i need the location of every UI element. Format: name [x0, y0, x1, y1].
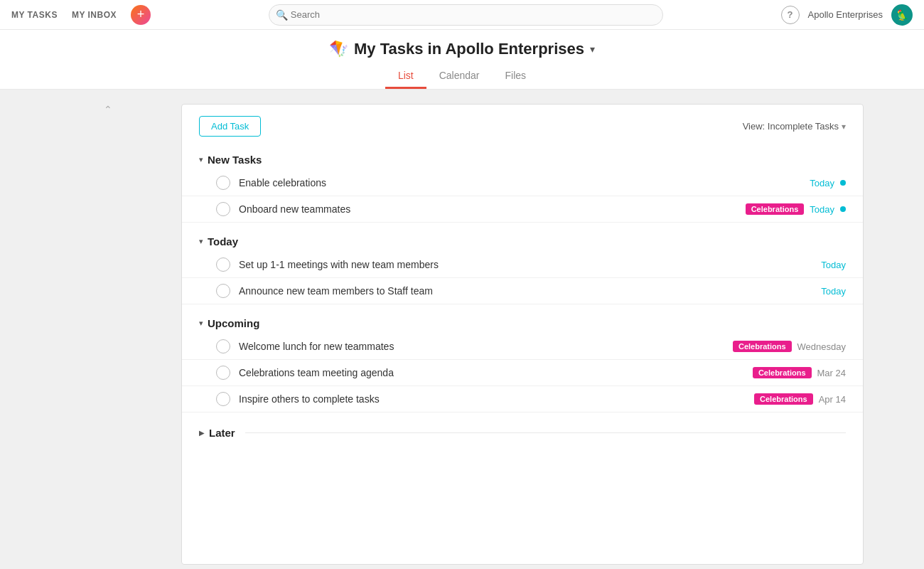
task-checkbox[interactable]	[216, 339, 230, 353]
section-title-new-tasks: New Tasks	[208, 154, 262, 166]
task-checkbox[interactable]	[216, 176, 230, 190]
task-row[interactable]: Set up 1-1 meetings with new team member…	[182, 252, 863, 278]
task-tag: Celebrations	[746, 203, 805, 215]
sidebar-col: ⌃	[0, 90, 121, 569]
check-inner	[220, 261, 227, 268]
task-row[interactable]: Enable celebrations Today	[182, 170, 863, 196]
task-name: Enable celebrations	[239, 177, 801, 188]
task-meta: Celebrations Mar 24	[753, 367, 846, 378]
page-title-icon: 🪁	[329, 40, 348, 58]
task-tag: Celebrations	[754, 393, 813, 405]
task-row[interactable]: Inspire others to complete tasks Celebra…	[182, 386, 863, 413]
avatar-icon: 🦜	[896, 9, 908, 21]
section-today[interactable]: ▾ Today	[182, 230, 863, 252]
add-task-button[interactable]: Add Task	[199, 116, 261, 137]
page-title-row: 🪁 My Tasks in Apollo Enterprises ▾	[0, 40, 924, 58]
task-meta: Celebrations Wednesday	[733, 341, 846, 352]
task-checkbox[interactable]	[216, 284, 230, 298]
main-layout: ⌃ Add Task View: Incomplete Tasks ▾ ▾ Ne…	[0, 90, 924, 569]
search-bar: 🔍	[151, 4, 780, 26]
task-row[interactable]: Announce new team members to Staff team …	[182, 278, 863, 304]
task-dot	[840, 180, 846, 186]
task-date: Today	[810, 204, 834, 215]
task-row[interactable]: Onboard new teammates Celebrations Today	[182, 196, 863, 223]
page-header: 🪁 My Tasks in Apollo Enterprises ▾ List …	[0, 30, 924, 90]
question-mark-icon: ?	[788, 9, 793, 20]
task-date: Today	[821, 286, 846, 297]
check-inner	[220, 395, 227, 403]
task-date: Today	[821, 260, 846, 270]
task-date: Wednesday	[797, 341, 846, 352]
chevron-down-icon: ▾	[842, 122, 846, 132]
help-button[interactable]: ?	[781, 6, 800, 24]
task-meta: Today	[821, 260, 846, 270]
task-row[interactable]: Welcome lunch for new teammates Celebrat…	[182, 334, 863, 360]
check-inner	[220, 369, 227, 376]
org-name[interactable]: Apollo Enterprises	[808, 9, 883, 20]
nav-my-tasks[interactable]: MY TASKS	[11, 10, 58, 20]
task-tag: Celebrations	[753, 367, 812, 378]
task-date: Apr 14	[819, 394, 846, 405]
section-new-tasks[interactable]: ▾ New Tasks	[182, 148, 863, 170]
add-button[interactable]: +	[131, 5, 151, 25]
toolbar-row: Add Task View: Incomplete Tasks ▾	[182, 116, 863, 148]
task-dot	[840, 206, 846, 212]
nav-left: MY TASKS MY INBOX +	[11, 5, 151, 25]
section-title-later: Later	[209, 427, 235, 439]
section-arrow-right: ▶	[199, 429, 205, 437]
task-meta: Celebrations Apr 14	[754, 393, 846, 405]
section-arrow-down: ▾	[199, 155, 203, 164]
nav-right: ? Apollo Enterprises 🦜	[781, 4, 913, 26]
page-title-chevron[interactable]: ▾	[590, 43, 595, 55]
content-area: Add Task View: Incomplete Tasks ▾ ▾ New …	[121, 90, 924, 569]
task-checkbox[interactable]	[216, 257, 230, 272]
collapse-icon[interactable]: ⌃	[104, 104, 112, 115]
section-upcoming[interactable]: ▾ Upcoming	[182, 312, 863, 334]
search-icon: 🔍	[276, 9, 288, 21]
section-arrow-down: ▾	[199, 237, 203, 246]
task-tag: Celebrations	[733, 341, 792, 352]
check-inner	[220, 287, 227, 294]
task-meta: Today	[810, 178, 846, 188]
view-label: View: Incomplete Tasks	[743, 121, 839, 132]
page-title: My Tasks in Apollo Enterprises	[354, 40, 584, 58]
view-selector[interactable]: View: Incomplete Tasks ▾	[743, 121, 846, 132]
task-name: Onboard new teammates	[239, 203, 737, 215]
section-later[interactable]: ▶ Later	[182, 420, 863, 446]
check-inner	[220, 343, 227, 350]
task-meta: Today	[821, 286, 846, 297]
avatar[interactable]: 🦜	[891, 4, 913, 26]
task-meta: Celebrations Today	[746, 203, 846, 215]
search-input[interactable]	[269, 4, 663, 26]
task-checkbox[interactable]	[216, 392, 230, 406]
task-panel: Add Task View: Incomplete Tasks ▾ ▾ New …	[181, 104, 864, 565]
check-inner	[220, 206, 227, 213]
later-divider	[245, 432, 846, 433]
task-date: Today	[810, 178, 834, 188]
task-row[interactable]: Celebrations team meeting agenda Celebra…	[182, 360, 863, 386]
tab-calendar[interactable]: Calendar	[426, 65, 493, 89]
page-tabs: List Calendar Files	[0, 65, 924, 89]
task-checkbox[interactable]	[216, 366, 230, 380]
top-nav: MY TASKS MY INBOX + 🔍 ? Apollo Enterpris…	[0, 0, 924, 30]
nav-my-inbox[interactable]: MY INBOX	[72, 10, 117, 20]
task-checkbox[interactable]	[216, 202, 230, 216]
task-name: Inspire others to complete tasks	[239, 393, 746, 405]
tab-list[interactable]: List	[385, 65, 426, 89]
task-date: Mar 24	[817, 368, 846, 378]
task-name: Set up 1-1 meetings with new team member…	[239, 259, 812, 270]
section-title-today: Today	[208, 235, 238, 248]
section-arrow-down: ▾	[199, 319, 203, 328]
search-wrapper: 🔍	[269, 4, 663, 26]
plus-icon: +	[137, 8, 145, 21]
section-title-upcoming: Upcoming	[208, 317, 259, 329]
check-inner	[220, 179, 227, 186]
tab-files[interactable]: Files	[493, 65, 539, 89]
task-name: Announce new team members to Staff team	[239, 285, 812, 297]
task-name: Welcome lunch for new teammates	[239, 341, 724, 352]
task-name: Celebrations team meeting agenda	[239, 367, 744, 378]
